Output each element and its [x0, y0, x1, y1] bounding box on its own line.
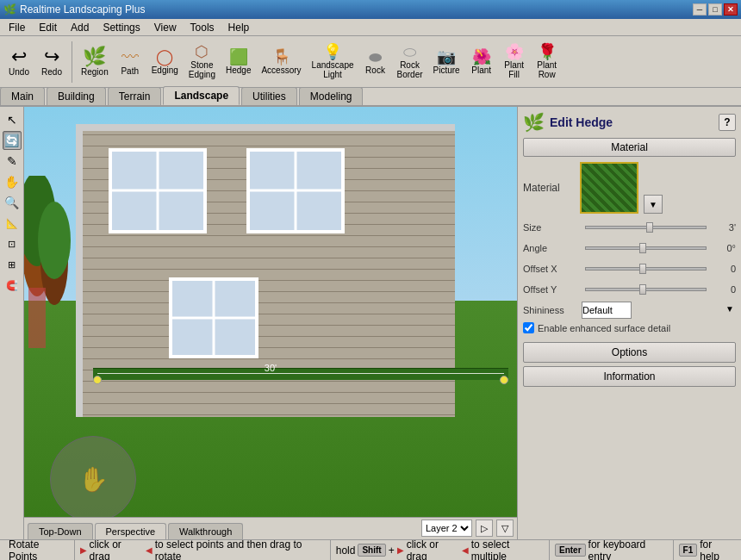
status-enter: Enter for keyboard entry — [550, 540, 674, 560]
hedge-point-right[interactable] — [500, 376, 508, 384]
rock-button[interactable]: ⬬ Rock — [360, 47, 391, 78]
svg-rect-18 — [76, 124, 83, 417]
view-tab-walkthrough[interactable]: Walkthrough — [168, 523, 243, 539]
zoom-tool[interactable]: 🔍 — [3, 193, 22, 212]
plant-fill-icon: 🌸 — [505, 44, 524, 59]
select-instruction: to select points and then drag to rotate — [155, 538, 325, 561]
layer-select[interactable]: Layer 2 Layer 1 Layer 3 — [421, 520, 472, 537]
shininess-select[interactable]: Default Low Medium High — [582, 302, 632, 319]
menu-help[interactable]: Help — [221, 20, 257, 35]
rock-label: Rock — [365, 65, 385, 75]
panel-title: Edit Hedge — [550, 115, 613, 129]
hedge-button[interactable]: 🟩 Hedge — [221, 47, 255, 78]
menu-add[interactable]: Add — [64, 20, 96, 35]
magnet-tool[interactable]: 🧲 — [3, 276, 22, 295]
status-f1: F1 for help — [674, 540, 738, 560]
plant-icon: 🌺 — [472, 49, 491, 65]
material-thumb-inner — [582, 164, 637, 212]
stone-edging-button[interactable]: ⬡ Stone Edging — [184, 41, 220, 82]
panel-title-area: 🌿 Edit Hedge — [523, 112, 613, 133]
view-tab-perspective[interactable]: Perspective — [95, 523, 166, 539]
plant-button[interactable]: 🌺 Plant — [466, 47, 497, 78]
pan-tool[interactable]: ✋ — [3, 172, 22, 191]
plant-fill-button[interactable]: 🌸 Plant Fill — [499, 41, 530, 82]
offset-x-slider[interactable] — [585, 267, 707, 271]
title-bar: 🌿 Realtime Landscaping Plus ─ □ ✕ — [0, 0, 741, 19]
maximize-button[interactable]: □ — [708, 3, 722, 16]
size-slider-thumb[interactable] — [646, 222, 653, 233]
view-icon-btn-1[interactable]: ▷ — [476, 520, 493, 537]
offset-y-slider-thumb[interactable] — [639, 284, 646, 295]
offset-y-label: Offset Y — [523, 284, 582, 295]
accessory-button[interactable]: 🪑 Accessory — [257, 47, 305, 78]
information-button[interactable]: Information — [523, 366, 736, 387]
landscape-light-button[interactable]: 💡 Landscape Light — [308, 41, 358, 82]
panel-header: 🌿 Edit Hedge ? — [523, 112, 736, 133]
grid-tool[interactable]: ⊞ — [3, 255, 22, 274]
click-drag-label-1: click or drag — [90, 538, 143, 561]
scene: 30' ✋ — [24, 107, 517, 539]
menu-view[interactable]: View — [147, 20, 184, 35]
tab-main[interactable]: Main — [0, 87, 45, 105]
measure-tool[interactable]: 📐 — [3, 214, 22, 233]
select-tool[interactable]: ↖ — [3, 110, 22, 129]
menu-file[interactable]: File — [2, 20, 32, 35]
options-button[interactable]: Options — [523, 342, 736, 363]
tab-modeling[interactable]: Modeling — [299, 87, 364, 105]
rock-icon: ⬬ — [369, 49, 382, 65]
plant-row-button[interactable]: 🌹 Plant Row — [532, 41, 563, 82]
hedge — [93, 368, 508, 380]
size-label: Size — [523, 222, 582, 233]
stone-edging-icon: ⬡ — [195, 44, 209, 59]
shininess-wrapper: Default Low Medium High ▼ — [582, 302, 736, 319]
region-button[interactable]: 🌿 Region — [77, 45, 113, 79]
arrow-icon-3: ▶ — [397, 545, 404, 555]
path-label: Path — [121, 66, 139, 76]
hedge-point-left[interactable] — [93, 376, 102, 384]
node-edit-tool[interactable]: ✎ — [3, 152, 22, 171]
angle-slider[interactable] — [585, 246, 707, 250]
minimize-button[interactable]: ─ — [693, 3, 707, 16]
toolbar-separator-1 — [72, 41, 72, 83]
panel-help-button[interactable]: ? — [719, 114, 736, 131]
angle-value: 0° — [710, 243, 736, 253]
canvas-area[interactable]: 30' ✋ Top-Down Perspective Walkthrough L… — [24, 107, 517, 539]
close-button[interactable]: ✕ — [724, 3, 738, 16]
rock-border-button[interactable]: ⬭ Rock Border — [393, 41, 427, 82]
tab-building[interactable]: Building — [47, 87, 106, 105]
undo-button[interactable]: ↩ Undo — [3, 45, 34, 79]
tab-landscape[interactable]: Landscape — [163, 86, 240, 105]
accessory-icon: 🪑 — [272, 49, 291, 65]
edging-icon: ◯ — [156, 49, 173, 65]
path-button[interactable]: 〰 Path — [115, 46, 146, 78]
tab-terrain[interactable]: Terrain — [108, 87, 162, 105]
keyboard-entry-label: for keyboard entry — [588, 538, 668, 561]
material-label: Material — [523, 182, 575, 194]
offset-y-slider[interactable] — [585, 288, 707, 291]
size-row: Size 3' — [523, 219, 736, 236]
shininess-label: Shininess — [523, 305, 582, 315]
angle-slider-thumb[interactable] — [639, 243, 646, 253]
material-dropdown-button[interactable]: ▼ — [644, 195, 663, 214]
picture-button[interactable]: 📷 Picture — [429, 47, 464, 78]
menu-settings[interactable]: Settings — [96, 20, 146, 35]
status-rotate-points: Rotate Points — [3, 540, 75, 560]
size-slider[interactable] — [585, 226, 707, 229]
app-icon: 🌿 — [3, 3, 16, 16]
offset-y-row: Offset Y 0 — [523, 281, 736, 298]
f1-key: F1 — [679, 544, 698, 557]
view-icon-btn-2[interactable]: ▽ — [496, 520, 514, 537]
area-zoom-tool[interactable]: ⊡ — [3, 234, 22, 253]
shift-key: Shift — [358, 544, 385, 557]
material-section-btn[interactable]: Material — [523, 138, 736, 157]
edging-button[interactable]: ◯ Edging — [147, 47, 183, 78]
rotate-tool[interactable]: 🔄 — [3, 131, 22, 150]
offset-x-slider-thumb[interactable] — [639, 264, 646, 274]
menu-edit[interactable]: Edit — [32, 20, 64, 35]
tab-utilities[interactable]: Utilities — [241, 87, 297, 105]
view-tab-topdown[interactable]: Top-Down — [28, 523, 93, 539]
menu-tools[interactable]: Tools — [184, 20, 221, 35]
redo-button[interactable]: ↪ Redo — [36, 45, 67, 79]
enhance-checkbox[interactable] — [523, 322, 534, 333]
rock-border-label: Rock Border — [397, 60, 423, 79]
